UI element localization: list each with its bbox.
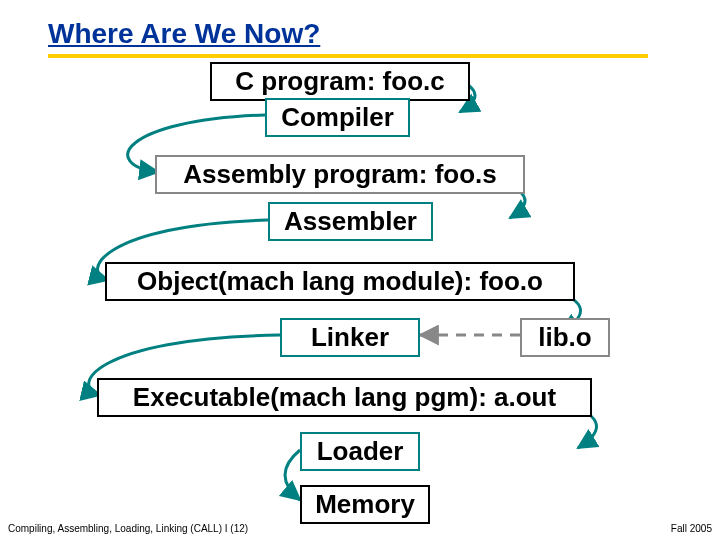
box-lib: lib.o bbox=[520, 318, 610, 357]
footer-right: Fall 2005 bbox=[671, 523, 712, 534]
box-compiler: Compiler bbox=[265, 98, 410, 137]
box-object: Object(mach lang module): foo.o bbox=[105, 262, 575, 301]
box-loader: Loader bbox=[300, 432, 420, 471]
box-assembly: Assembly program: foo.s bbox=[155, 155, 525, 194]
box-linker: Linker bbox=[280, 318, 420, 357]
box-c-program: C program: foo.c bbox=[210, 62, 470, 101]
box-memory: Memory bbox=[300, 485, 430, 524]
footer-left: Compiling, Assembling, Loading, Linking … bbox=[8, 523, 248, 534]
title-underline bbox=[48, 54, 648, 58]
box-executable: Executable(mach lang pgm): a.out bbox=[97, 378, 592, 417]
box-assembler: Assembler bbox=[268, 202, 433, 241]
slide-title: Where Are We Now? bbox=[48, 18, 320, 54]
slide: Where Are We Now? C program: foo bbox=[0, 0, 720, 540]
